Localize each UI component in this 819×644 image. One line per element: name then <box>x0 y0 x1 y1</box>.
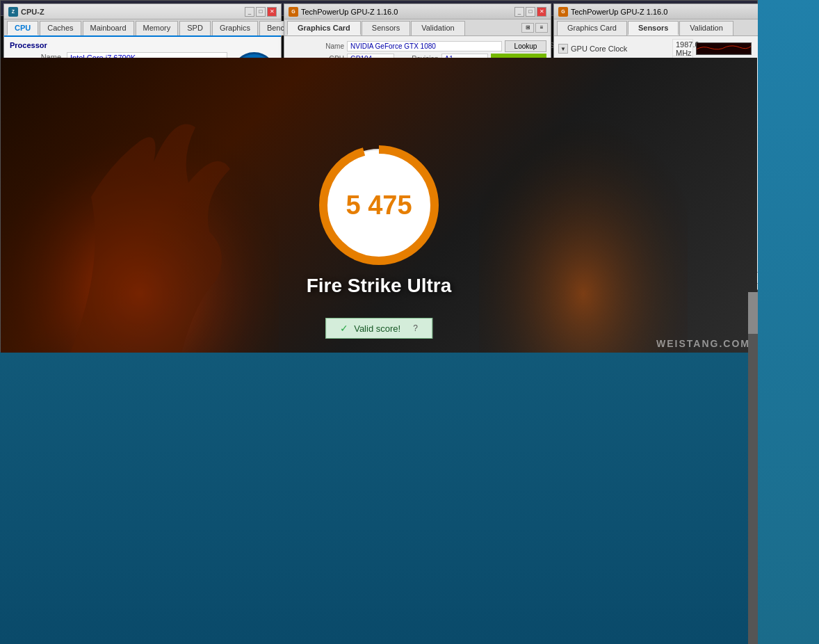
gpuz2-tab-sensors[interactable]: Sensors <box>628 21 679 35</box>
gpu-name-value: NVIDIA GeForce GTX 1080 <box>347 41 502 51</box>
gpuz1-tab-validation[interactable]: Validation <box>411 21 465 35</box>
cpuz-title: CPU-Z <box>21 8 44 16</box>
cpuz-window-controls: _ □ ✕ <box>245 7 277 17</box>
watermark: WEISTANG.COM <box>656 338 750 349</box>
processor-section-title: Processor <box>8 41 277 49</box>
cpuz-titlebar: Z CPU-Z _ □ ✕ <box>4 4 281 19</box>
gpuz1-tab-sensors[interactable]: Sensors <box>362 21 410 35</box>
cpuz-close-btn[interactable]: ✕ <box>267 7 277 17</box>
valid-score-label: Valid score! <box>354 323 400 334</box>
cpuz-tab-bar: CPU Caches Mainboard Memory SPD Graphics… <box>4 19 281 37</box>
dmark-creature-svg <box>1 58 279 353</box>
dmark-score-number: 5 475 <box>346 191 412 220</box>
tab-memory[interactable]: Memory <box>136 21 179 35</box>
tab-spd[interactable]: SPD <box>179 21 211 35</box>
sensor-graph-0 <box>696 42 752 55</box>
gpuz1-close-btn[interactable]: ✕ <box>537 7 546 17</box>
scroll-thumb[interactable] <box>748 292 758 334</box>
gpuz2-tab-graphics[interactable]: Graphics Card <box>557 21 627 35</box>
gpuz1-tab-graphics[interactable]: Graphics Card <box>287 21 361 35</box>
right-panel <box>758 0 819 644</box>
sensor-text-0: GPU Core Clock <box>571 45 627 53</box>
svg-rect-1 <box>479 58 688 353</box>
valid-checkmark-icon: ✓ <box>340 323 348 334</box>
gpuz2-title: TechPowerUp GPU-Z 1.16.0 <box>571 8 667 16</box>
dmark-score-text: 5 475 <box>346 191 412 220</box>
dmark-scrollbar[interactable] <box>748 292 758 644</box>
gpuz1-maximize-btn[interactable]: □ <box>526 7 535 17</box>
gpu-name-label: Name <box>289 42 344 50</box>
gpuz1-title-area: G TechPowerUp GPU-Z 1.16.0 <box>289 7 398 17</box>
tab-caches[interactable]: Caches <box>40 21 81 35</box>
cpuz-maximize-btn[interactable]: □ <box>256 7 266 17</box>
dmark-content: 5 475 Fire Strike Ultra ✓ Valid score! ?… <box>1 58 757 353</box>
gpuz1-tab-bar: Graphics Card Sensors Validation ⊞ ≡ <box>284 19 551 36</box>
dmark-fire-svg <box>479 58 688 353</box>
lookup-button[interactable]: Lookup <box>505 40 546 52</box>
cpuz-icon: Z <box>8 7 18 17</box>
cpuz-minimize-btn[interactable]: _ <box>245 7 254 17</box>
gpuz1-titlebar: G TechPowerUp GPU-Z 1.16.0 _ □ ✕ <box>284 4 551 19</box>
tab-cpu[interactable]: CPU <box>7 21 38 35</box>
gpuz1-title: TechPowerUp GPU-Z 1.16.0 <box>301 8 398 16</box>
valid-question-icon[interactable]: ? <box>413 323 418 333</box>
gpuz2-icon: G <box>558 7 568 17</box>
gpuz1-window-controls: _ □ ✕ <box>514 7 546 17</box>
gpuz1-icon-btn2[interactable]: ≡ <box>535 23 548 33</box>
valid-score-badge: ✓ Valid score! ? <box>325 318 432 339</box>
tab-graphics[interactable]: Graphics <box>212 21 258 35</box>
sensor-dropdown-0[interactable]: ▼ <box>558 44 568 54</box>
sensor-label-0: ▼GPU Core Clock <box>558 44 670 54</box>
gpuz1-icon: G <box>289 7 298 17</box>
dmark-benchmark-name: Fire Strike Ultra <box>307 275 452 297</box>
cpuz-title-area: Z CPU-Z <box>8 7 44 17</box>
gpuz1-minimize-btn[interactable]: _ <box>514 7 524 17</box>
gpuz2-title-area: G TechPowerUp GPU-Z 1.16.0 <box>558 7 667 17</box>
tab-mainboard[interactable]: Mainboard <box>83 21 134 35</box>
gpuz2-tab-validation[interactable]: Validation <box>679 21 733 35</box>
gpuz1-icon-btn1[interactable]: ⊞ <box>521 23 534 33</box>
